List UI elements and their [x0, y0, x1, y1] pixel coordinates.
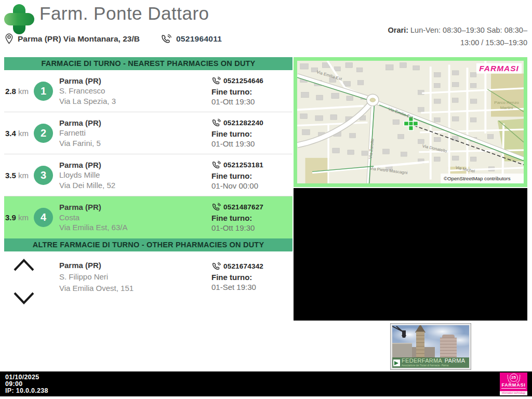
other-pharmacy-row[interactable]: Parma (PR) S. Filippo Neri Via Emilia Ov… [4, 251, 292, 314]
fine-turno-label: Fine turno: [211, 171, 292, 181]
pharmacy-phone: 0521674342 [223, 261, 263, 271]
phone-icon [211, 160, 221, 170]
pharmacy-name: Lloyds Mille [59, 170, 211, 180]
hours-label: Orari: [388, 26, 409, 34]
pharmacy-name: S. Francesco [59, 86, 211, 96]
pharmacy-street: Via Dei Mille, 52 [59, 180, 211, 191]
svg-text:©OpenStreetMap contributors: ©OpenStreetMap contributors [444, 176, 511, 181]
fine-turno-value: 01-Nov 00:00 [211, 181, 292, 191]
federfarma-logo-icon [393, 360, 400, 366]
pharmacy-row-selected[interactable]: 3.9 km 4 Parma (PR) Costa Via Emilia Est… [4, 196, 292, 238]
nearest-section-header: FARMACIE DI TURNO - NEAREST PHARMACIES O… [4, 57, 292, 70]
farmasi-logo: 25 FARMASI information technology [500, 373, 527, 395]
location-pin-icon [4, 33, 14, 45]
distance: 2.8 km [4, 87, 34, 96]
page-title: Farm. Ponte Dattaro [39, 3, 209, 24]
status-ip: IP: 10.0.0.238 [5, 388, 532, 394]
farmasi-watermark: FARMASI [476, 63, 522, 74]
phone-icon [211, 76, 221, 86]
hours-line2: 13:00 / 15:30–19:30 [460, 38, 527, 47]
pharmacy-city: Parma (PR) [59, 76, 211, 86]
fine-turno-label: Fine turno: [211, 213, 292, 223]
anniversary-badge: 25 [510, 374, 518, 382]
distance: 3.5 km [4, 171, 34, 180]
chevron-up-icon [12, 258, 35, 272]
rank-badge: 4 [34, 208, 53, 227]
distance: 3.4 km [4, 129, 34, 138]
pharmacy-name: Farnetti [59, 128, 211, 138]
federfarma-banner[interactable]: FEDERFARMA PARMA Associazione dei Titola… [390, 323, 471, 370]
pharmacy-street: Via La Spezia, 3 [59, 96, 211, 107]
pharmacy-row[interactable]: 2.8 km 1 Parma (PR) S. Francesco Via La … [4, 70, 292, 112]
status-bar: 01/10/2025 09:00 IP: 10.0.0.238 25 FARMA… [0, 371, 532, 396]
fine-turno-label: Fine turno: [211, 87, 292, 97]
fine-turno-value: 01-Set 19:30 [211, 282, 292, 292]
distance: 3.9 km [4, 213, 34, 222]
map-canvas: Via Emilia Est Via Emilia Est Via Zarott… [297, 61, 524, 183]
pharmacy-row[interactable]: 3.4 km 2 Parma (PR) Farnetti Via Farini,… [4, 112, 292, 154]
phone-icon [161, 33, 172, 45]
hours-line1: Lun-Ven: 08:30–19:30 Sab: 08:30– [408, 26, 527, 34]
farmasi-tagline: information technology [500, 391, 527, 395]
map-park-label: Parco Renzo [494, 100, 519, 105]
chevron-down-icon [12, 291, 35, 305]
pharmacy-name: S. Filippo Neri [59, 271, 211, 283]
rank-badge: 3 [34, 166, 53, 185]
pharmacy-phone: 0521487627 [223, 202, 263, 212]
osm-attribution: ©OpenStreetMap contributors [441, 174, 524, 183]
pharmacy-city: Parma (PR) [59, 160, 211, 170]
street-lamp-silhouette [392, 325, 410, 341]
pharmacy-name: Costa [59, 212, 211, 223]
pharmacy-duty-display: Farm. Ponte Dattaro Parma (PR) Via Monta… [0, 0, 532, 399]
duty-pharmacies-panel: FARMACIE DI TURNO - NEAREST PHARMACIES O… [4, 57, 292, 314]
pharmacy-city: Parma (PR) [59, 118, 211, 128]
video-placeholder [294, 188, 527, 321]
fine-turno-label: Fine turno: [211, 129, 292, 139]
map[interactable]: Via Emilia Est Via Emilia Est Via Zarott… [294, 57, 527, 187]
pharmacy-phone: 0521964011 [176, 34, 222, 44]
pharmacy-phone: 0521282240 [223, 118, 263, 128]
opening-hours: Orari: Lun-Ven: 08:30–19:30 Sab: 08:30– … [309, 24, 527, 49]
svg-text:FARMASI: FARMASI [479, 64, 519, 73]
rank-badge: 2 [34, 124, 53, 143]
status-time: 09:00 [5, 381, 532, 388]
status-date: 01/10/2025 [5, 374, 532, 381]
scroll-up-button[interactable] [12, 258, 35, 272]
pharmacy-phone: 0521253181 [223, 160, 263, 170]
federfarma-subtitle: Associazione dei Titolari di Farmacia - … [402, 363, 465, 368]
pharmacy-city: Parma (PR) [59, 260, 211, 271]
pharmacy-city: Parma (PR) [59, 202, 211, 212]
parma-cathedral-photo: FEDERFARMA PARMA Associazione dei Titola… [392, 325, 469, 368]
phone-icon [211, 202, 221, 212]
fine-turno-value: 01-Ott 19:30 [211, 223, 292, 233]
cathedral-tower [416, 331, 424, 358]
map-park-label: Martini [500, 105, 513, 110]
pharmacy-street: Via Emilia Ovest, 151 [59, 283, 211, 294]
pharmacy-row[interactable]: 3.5 km 3 Parma (PR) Lloyds Mille Via Dei… [4, 154, 292, 196]
phone-icon [211, 261, 221, 271]
scroll-down-button[interactable] [12, 291, 35, 305]
fine-turno-value: 01-Ott 19:30 [211, 139, 292, 149]
pharmacy-street: Via Emilia Est, 63/A [59, 222, 211, 233]
pharmacy-phone: 0521254646 [223, 76, 263, 86]
pharmacy-cross-logo [2, 2, 36, 36]
pharmacy-address: Parma (PR) Via Montanara, 23/B [18, 34, 140, 44]
fine-turno-value: 01-Ott 19:30 [211, 97, 292, 107]
other-section-header: ALTRE FARMACIE DI TURNO - OTHER PHARMACI… [4, 238, 292, 251]
phone-icon [211, 118, 221, 128]
fine-turno-label: Fine turno: [211, 272, 292, 282]
rank-badge: 1 [34, 82, 53, 101]
pharmacy-street: Via Farini, 5 [59, 138, 211, 149]
